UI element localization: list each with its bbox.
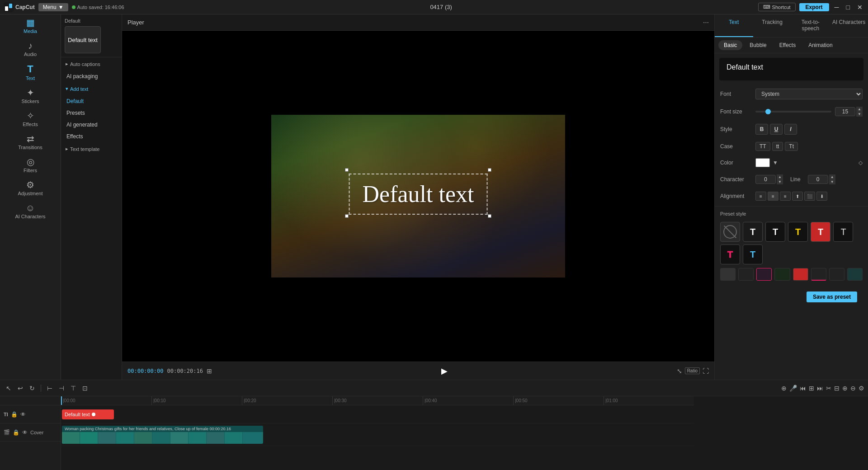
align-top-button[interactable]: ⬆ xyxy=(792,192,803,201)
nav-item-audio[interactable]: ♪ Audio xyxy=(0,38,61,61)
tab-tracking[interactable]: Tracking xyxy=(753,14,792,37)
color-swatch[interactable] xyxy=(755,158,770,167)
align-left-button[interactable]: ≡ xyxy=(755,192,766,201)
maximize-button[interactable]: □ xyxy=(844,4,852,11)
line-up-btn[interactable]: ▲ xyxy=(829,174,835,179)
font-size-input[interactable] xyxy=(835,107,855,116)
case-lowercase-button[interactable]: tt xyxy=(772,142,783,151)
visibility-icon-text[interactable]: 👁 xyxy=(20,411,26,418)
presets-item[interactable]: Presets xyxy=(61,107,122,119)
text-clip[interactable]: Default text xyxy=(62,409,114,419)
color-eyedropper-icon[interactable]: ◇ xyxy=(859,160,863,166)
subtitle-icon[interactable]: ⊟ xyxy=(834,385,840,392)
preset-t4[interactable]: T xyxy=(811,222,830,242)
nav-item-text[interactable]: T Text xyxy=(0,61,61,85)
italic-button[interactable]: I xyxy=(784,124,797,135)
text-preview-box[interactable]: Default text xyxy=(719,58,863,80)
align-bottom-button[interactable]: ⬇ xyxy=(816,192,827,201)
shortcut-button[interactable]: ⌨ Shortcut xyxy=(758,3,796,11)
mic-icon[interactable]: 🎤 xyxy=(789,385,797,392)
font-size-up-btn[interactable]: ▲ xyxy=(856,107,863,112)
align-middle-button[interactable]: ⬛ xyxy=(804,192,815,201)
align-center-button[interactable]: ≡ xyxy=(768,192,778,201)
preset-bar4[interactable] xyxy=(774,268,790,281)
playhead[interactable] xyxy=(61,396,62,405)
preset-bar5[interactable] xyxy=(793,268,808,281)
expand-icon[interactable]: ⛶ xyxy=(703,367,709,375)
font-size-down-btn[interactable]: ▼ xyxy=(856,112,863,117)
effects-item[interactable]: Effects xyxy=(61,131,122,142)
nav-item-filters[interactable]: ◎ Filters xyxy=(0,154,61,177)
minimize-button[interactable]: ─ xyxy=(833,4,841,11)
underline-button[interactable]: U xyxy=(770,124,783,135)
preset-t5[interactable]: T xyxy=(833,222,853,242)
text-template-header[interactable]: ▸ Text template xyxy=(61,142,122,155)
menu-button[interactable]: Menu ▼ xyxy=(38,3,68,11)
redo-button[interactable]: ↻ xyxy=(27,383,37,393)
text-selection-box[interactable]: Default text xyxy=(349,174,488,215)
bold-button[interactable]: B xyxy=(755,124,768,135)
line-down-btn[interactable]: ▼ xyxy=(829,179,835,184)
export-button[interactable]: Export xyxy=(799,3,829,11)
next-frame-icon[interactable]: ⏭ xyxy=(817,385,823,392)
fullscreen-icon[interactable]: ⤡ xyxy=(677,367,682,375)
default-text-card[interactable]: Default text xyxy=(65,26,101,53)
selection-handle-br[interactable] xyxy=(488,214,491,218)
subtab-basic[interactable]: Basic xyxy=(718,40,742,50)
preset-bar1[interactable] xyxy=(720,268,736,281)
preset-t3[interactable]: T xyxy=(788,222,808,242)
preset-t7[interactable]: T xyxy=(743,244,763,264)
preset-bar3[interactable] xyxy=(756,268,772,281)
selection-handle-tr[interactable] xyxy=(488,168,491,172)
save-preset-button[interactable]: Save as preset xyxy=(807,291,857,302)
case-title-button[interactable]: Tt xyxy=(785,142,798,151)
tab-text[interactable]: Text xyxy=(715,14,753,37)
preset-bar2[interactable] xyxy=(738,268,754,281)
character-input[interactable] xyxy=(755,175,776,184)
undo-button[interactable]: ↩ xyxy=(15,383,25,393)
ai-generated-item[interactable]: AI generated xyxy=(61,119,122,131)
close-button[interactable]: ✕ xyxy=(855,4,864,11)
preset-bar6[interactable] xyxy=(811,268,826,281)
track-expand-icon[interactable]: ⊞ xyxy=(809,385,814,392)
cut-icon[interactable]: ✂ xyxy=(826,385,831,392)
character-up-btn[interactable]: ▲ xyxy=(777,174,783,179)
trim-left-button[interactable]: ⊢ xyxy=(45,383,55,393)
settings-icon[interactable]: ⚙ xyxy=(859,385,864,392)
selection-handle-tl[interactable] xyxy=(345,168,349,172)
font-select[interactable]: System xyxy=(755,89,863,99)
preset-bar7[interactable] xyxy=(829,268,844,281)
font-size-slider[interactable] xyxy=(755,111,831,113)
preset-bar8[interactable] xyxy=(847,268,863,281)
case-tt-button[interactable]: TT xyxy=(755,142,770,151)
delete-button[interactable]: ⊡ xyxy=(80,383,90,393)
video-clip[interactable]: Woman packing Christmas gifts for her fr… xyxy=(62,426,263,444)
subtab-effects[interactable]: Effects xyxy=(774,40,801,50)
zoom-in-icon[interactable]: ⊕ xyxy=(842,385,848,392)
ai-packaging-item[interactable]: AI packaging xyxy=(61,70,122,82)
nav-item-media[interactable]: ▦ Media xyxy=(0,14,61,38)
preset-t1[interactable]: T xyxy=(743,222,763,242)
nav-item-transitions[interactable]: ⇄ Transitions xyxy=(0,131,61,154)
ratio-label[interactable]: Ratio xyxy=(685,367,700,374)
player-menu-icon[interactable]: ⋯ xyxy=(703,19,709,26)
select-tool-button[interactable]: ↖ xyxy=(4,383,14,393)
subtab-animation[interactable]: Animation xyxy=(803,40,838,50)
nav-item-stickers[interactable]: ✦ Stickers xyxy=(0,85,61,108)
add-text-header[interactable]: ▾ Add text xyxy=(61,82,122,95)
nav-item-effects[interactable]: ✧ Effects xyxy=(0,108,61,131)
play-button[interactable]: ▶ xyxy=(441,366,448,376)
preset-t6[interactable]: T xyxy=(720,244,740,264)
lock-icon-video[interactable]: 🔒 xyxy=(13,429,19,436)
visibility-icon-video[interactable]: 👁 xyxy=(22,429,28,436)
tab-ai-characters[interactable]: AI Characters xyxy=(830,14,868,37)
trim-right-button[interactable]: ⊤ xyxy=(68,383,78,393)
subtab-bubble[interactable]: Bubble xyxy=(744,40,772,50)
color-dropdown-icon[interactable]: ▼ xyxy=(773,160,778,166)
auto-captions-header[interactable]: ▸ Auto captions xyxy=(61,57,122,70)
default-item[interactable]: Default xyxy=(61,95,122,107)
preset-t2[interactable]: T xyxy=(765,222,785,242)
nav-item-ai-characters[interactable]: ☺ AI Characters xyxy=(0,200,61,223)
character-down-btn[interactable]: ▼ xyxy=(777,179,783,184)
tab-text-to-speech[interactable]: Text-to-speech xyxy=(792,14,830,37)
